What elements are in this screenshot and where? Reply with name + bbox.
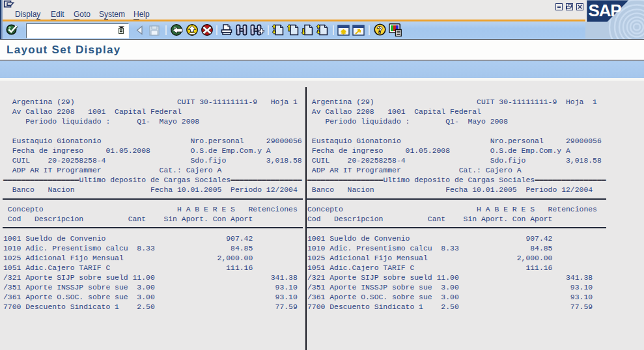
svg-text:SAP: SAP <box>589 1 622 20</box>
